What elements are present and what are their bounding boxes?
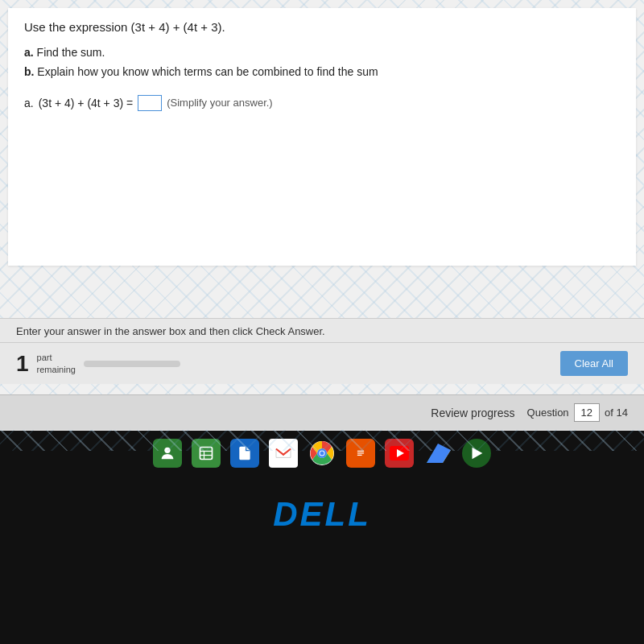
- part-number: 1: [16, 353, 29, 375]
- part-label-line2: remaining: [37, 364, 76, 375]
- answer-part-label: a.: [24, 97, 34, 109]
- dell-logo-text: DELL: [273, 495, 371, 533]
- svg-rect-13: [357, 452, 364, 453]
- part-b-text: Explain how you know which terms can be …: [37, 65, 378, 78]
- question-of-label: of 14: [605, 407, 628, 419]
- dell-logo: DELL: [273, 495, 371, 534]
- control-bar: 1 part remaining Clear All: [0, 342, 644, 384]
- parts-remaining-section: 1 part remaining: [16, 352, 180, 375]
- instruction-bar: Enter your answer in the answer box and …: [0, 318, 644, 344]
- question-nav: Question 12 of 14: [527, 403, 628, 422]
- problem-parts: a. Find the sum. b. Explain how you know…: [24, 43, 620, 82]
- question-number-box: 12: [574, 403, 600, 422]
- review-progress-button[interactable]: Review progress: [431, 407, 514, 419]
- part-label-line1: part: [37, 352, 76, 363]
- part-label: part remaining: [37, 352, 76, 375]
- taskbar: DELL: [0, 431, 644, 644]
- instruction-text: Enter your answer in the answer box and …: [16, 325, 325, 337]
- part-b-label: b.: [24, 65, 34, 78]
- answer-line: a. (3t + 4) + (4t + 3) = (Simplify your …: [24, 95, 620, 111]
- question-nav-label: Question: [527, 407, 569, 419]
- clear-all-button[interactable]: Clear All: [560, 351, 628, 376]
- progress-bar-container: [84, 361, 180, 367]
- svg-point-10: [320, 452, 324, 456]
- answer-input-box[interactable]: [138, 95, 162, 111]
- problem-title: Use the expression (3t + 4) + (4t + 3).: [24, 20, 620, 34]
- part-a-label: a.: [24, 46, 34, 59]
- equation-text: (3t + 4) + (4t + 3) =: [39, 97, 134, 109]
- svg-rect-14: [357, 455, 362, 456]
- question-paper: Use the expression (3t + 4) + (4t + 3). …: [8, 8, 636, 266]
- screen-container: Use the expression (3t + 4) + (4t + 3). …: [0, 0, 644, 644]
- review-bar: Review progress Question 12 of 14: [0, 394, 644, 430]
- part-a-text: Find the sum.: [37, 46, 105, 59]
- simplify-hint: (Simplify your answer.): [167, 97, 272, 109]
